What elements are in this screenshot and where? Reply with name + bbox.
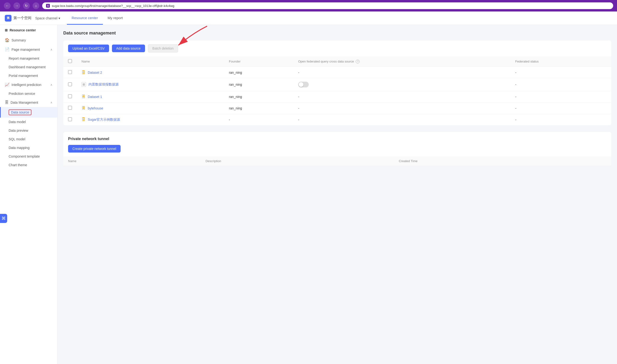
nav-tabs: Resource center My report	[67, 12, 127, 25]
sidebar-label-dashboard-management: Dashboard management	[9, 65, 45, 69]
upload-excel-button[interactable]: Upload an Excel/CSV	[68, 45, 109, 52]
chevron-up-icon-2: ∧	[50, 83, 53, 86]
browser-chrome: ← → ↻ ⌂ S sugar.bce.baidu.com/group/firs…	[0, 0, 617, 12]
nav-forward-button[interactable]: →	[14, 2, 20, 9]
row-checkbox[interactable]	[68, 70, 72, 74]
col-founder: Founder	[224, 56, 293, 67]
federated-status-cell: -	[511, 78, 611, 91]
datasource-table: Name Founder Open federated query cross …	[63, 56, 611, 125]
col-federated-status: Federated status	[511, 56, 611, 67]
row-checkbox[interactable]	[68, 117, 72, 121]
sidebar-item-prediction-service[interactable]: Prediction service	[0, 89, 57, 98]
sidebar-item-sql-model[interactable]: SQL model	[0, 135, 57, 143]
col-federated-query: Open federated query cross data source ?	[293, 56, 511, 67]
sidebar-label-summary: Summary	[12, 38, 26, 42]
chevron-up-icon-3: ∧	[50, 101, 53, 104]
chevron-down-icon: ▾	[58, 16, 60, 20]
sidebar-section-label: Resource center	[10, 28, 36, 32]
resource-center-icon: ⊞	[5, 28, 8, 32]
founder-cell: ran_ning	[224, 67, 293, 78]
datasource-name-link[interactable]: bytehouse	[88, 106, 103, 110]
pnt-col-description: Description	[201, 156, 394, 166]
sidebar-item-component-template[interactable]: Component template	[0, 152, 57, 161]
pnt-col-name: Name	[63, 156, 201, 166]
sidebar-label-data-model: Data model	[9, 120, 26, 124]
sidebar-label-page-management: Page management	[12, 48, 40, 52]
sidebar-label-data-preview: Data preview	[9, 129, 28, 132]
founder-cell: ran_ning	[224, 91, 293, 103]
create-tunnel-button[interactable]: Create private network tunnel	[68, 145, 121, 153]
url-text: sugar.bce.baidu.com/group/first/manage/d…	[52, 4, 174, 8]
main-content: Data source management Upload an Excel/C…	[57, 25, 617, 364]
nav-home-button[interactable]: ⌂	[33, 2, 39, 9]
sidebar-item-data-preview[interactable]: Data preview	[0, 126, 57, 135]
datasource-name-link[interactable]: Dataset 2	[88, 71, 102, 75]
space-logo: 第 第一个空间	[5, 15, 31, 22]
federated-status-cell: -	[511, 67, 611, 78]
federated-query-toggle-cell	[293, 78, 511, 91]
sidebar-float-icon[interactable]: ⌘	[0, 214, 7, 223]
page-title: Data source management	[63, 31, 611, 36]
private-network-table: Name Description Created Time	[63, 156, 611, 166]
add-datasource-button[interactable]: Add data source	[112, 45, 145, 52]
sidebar-item-intelligent-prediction[interactable]: 📈 Intelligent prediction ∧	[0, 80, 57, 89]
sidebar-label-sql-model: SQL model	[9, 137, 25, 141]
sidebar-item-data-source[interactable]: Data source	[0, 107, 57, 117]
space-channel-button[interactable]: Space channel ▾	[32, 15, 63, 22]
space-icon: 第	[5, 15, 12, 22]
private-network-card: Private network tunnel Create private ne…	[63, 132, 611, 166]
sidebar-item-summary[interactable]: 🏠 Summary	[0, 35, 57, 45]
site-favicon: S	[46, 4, 50, 8]
federated-query-cell: -	[293, 67, 511, 78]
sidebar-item-data-mapping[interactable]: Data mapping	[0, 143, 57, 152]
datasource-name-link[interactable]: 内置数据填报数据源	[88, 82, 119, 86]
select-all-checkbox[interactable]	[68, 59, 72, 63]
page-icon: 📄	[5, 47, 10, 52]
db-icon: 🗄	[82, 106, 85, 110]
sidebar-label-data-source: Data source	[9, 110, 31, 115]
federated-query-cell: -	[293, 91, 511, 103]
founder-cell: ran_ning	[224, 103, 293, 114]
row-checkbox[interactable]	[68, 106, 72, 110]
tab-resource-center[interactable]: Resource center	[67, 12, 103, 25]
table-row: ⊞ 内置数据填报数据源 ran_ning -	[63, 78, 611, 91]
federated-status-cell: -	[511, 91, 611, 103]
federated-query-cell: -	[293, 114, 511, 126]
sidebar-item-report-management[interactable]: Report management	[0, 54, 57, 63]
db-icon: 🗄	[82, 70, 85, 75]
sidebar-section-resource-center: ⊞ Resource center	[0, 25, 57, 35]
sidebar-item-dashboard-management[interactable]: Dashboard management	[0, 63, 57, 71]
private-network-title: Private network tunnel	[68, 137, 606, 141]
sidebar: ⊞ Resource center 🏠 Summary 📄 Page manag…	[0, 25, 57, 364]
federated-status-cell: -	[511, 103, 611, 114]
url-bar[interactable]: S sugar.bce.baidu.com/group/first/manage…	[42, 2, 613, 9]
datasource-name-link[interactable]: Dataset 1	[88, 95, 102, 99]
nav-refresh-button[interactable]: ↻	[23, 2, 30, 9]
app-layout: ⊞ Resource center 🏠 Summary 📄 Page manag…	[0, 25, 617, 364]
sidebar-item-data-model[interactable]: Data model	[0, 117, 57, 126]
row-checkbox[interactable]	[68, 94, 72, 98]
table-row: 🗄 Dataset 1 ran_ning - -	[63, 91, 611, 103]
sidebar-item-data-management[interactable]: 🗄 Data Management ∧	[0, 98, 57, 107]
tab-my-report[interactable]: My report	[103, 12, 127, 25]
row-checkbox[interactable]	[68, 82, 72, 86]
chevron-up-icon: ∧	[50, 48, 53, 51]
sidebar-item-page-management[interactable]: 📄 Page management ∧	[0, 45, 57, 54]
top-nav: 第 第一个空间 Space channel ▾ Resource center …	[0, 12, 617, 25]
pnt-col-created-time: Created Time	[394, 156, 611, 166]
federated-query-help-icon[interactable]: ?	[356, 60, 359, 64]
table-row: 🗄 bytehouse ran_ning - -	[63, 103, 611, 114]
toggle-switch[interactable]	[298, 82, 309, 87]
space-name: 第一个空间	[14, 16, 31, 20]
nav-back-button[interactable]: ←	[4, 2, 11, 9]
db-icon: 🗄	[82, 95, 85, 99]
datasource-name-link[interactable]: Sugar官方示例数据源	[88, 117, 120, 121]
sidebar-label-data-management: Data Management	[11, 101, 38, 104]
batch-delete-button: Batch deletion	[148, 44, 178, 52]
datasource-table-card: Upload an Excel/CSV Add data source Batc…	[63, 40, 611, 125]
sidebar-item-chart-theme[interactable]: Chart theme	[0, 161, 57, 169]
sidebar-item-portal-management[interactable]: Portal management	[0, 71, 57, 80]
sidebar-label-data-mapping: Data mapping	[9, 146, 29, 150]
table-toolbar: Upload an Excel/CSV Add data source Batc…	[63, 40, 611, 56]
founder-cell: ran_ning	[224, 78, 293, 91]
